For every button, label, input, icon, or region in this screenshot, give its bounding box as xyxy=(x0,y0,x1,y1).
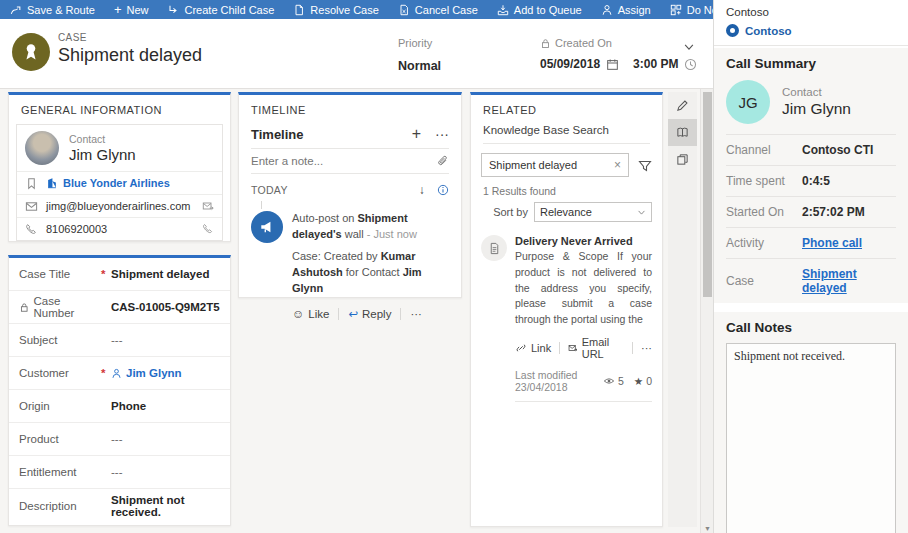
post-headline: Auto-post on Shipment delayed's wall - J… xyxy=(292,211,449,243)
email-url-button[interactable]: Email URL xyxy=(568,336,624,360)
contact-photo xyxy=(25,131,59,165)
field-row-subject[interactable]: Subject --- xyxy=(9,324,230,357)
kb-search-input[interactable]: Shipment delayed × xyxy=(481,153,629,177)
main-scrollbar[interactable]: ▼ xyxy=(700,89,713,533)
page-cancel-icon xyxy=(398,4,410,16)
note-placeholder: Enter a note... xyxy=(251,155,323,167)
create-child-case-button[interactable]: Create Child Case xyxy=(167,4,274,16)
chevron-down-icon xyxy=(683,41,695,53)
overflow-icon: ··· xyxy=(410,308,422,320)
tab-similar-cases[interactable] xyxy=(668,146,697,173)
sort-select[interactable]: Relevance xyxy=(534,202,652,222)
pencil-icon xyxy=(676,99,689,112)
timeline-overflow-icon[interactable]: ··· xyxy=(435,126,449,142)
timeline-section: TIMELINE Timeline + ··· Enter a note... … xyxy=(238,92,462,298)
created-time-value[interactable]: 3:00 PM xyxy=(633,57,678,71)
email-icon xyxy=(568,342,578,354)
paperclip-icon[interactable] xyxy=(437,155,449,167)
contact-label: Contact xyxy=(782,86,851,98)
scrollbar-thumb[interactable] xyxy=(703,92,712,297)
contact-name[interactable]: Jim Glynn xyxy=(69,146,136,163)
divider xyxy=(400,308,401,320)
article-overflow-button[interactable]: ··· xyxy=(641,342,652,354)
lock-icon xyxy=(540,38,551,49)
summary-row-activity: Activity Phone call xyxy=(726,227,896,258)
activity-link[interactable]: Phone call xyxy=(802,236,862,250)
add-note-icon[interactable]: + xyxy=(412,125,421,143)
call-notes-title: Call Notes xyxy=(726,320,896,335)
priority-label: Priority xyxy=(398,37,441,49)
customer-link: Jim Glynn xyxy=(111,367,182,379)
call-notes-textarea[interactable]: Shipment not received. xyxy=(726,343,896,533)
tab-activities[interactable] xyxy=(668,92,697,119)
field-row-origin[interactable]: Origin Phone xyxy=(9,390,230,423)
resolve-case-button[interactable]: Resolve Case xyxy=(293,4,378,16)
call-phone-icon[interactable] xyxy=(202,223,214,235)
timeline-post[interactable]: Auto-post on Shipment delayed's wall - J… xyxy=(239,211,461,297)
phone-row: 8106920003 xyxy=(17,217,222,240)
field-row-entitlement[interactable]: Entitlement --- xyxy=(9,456,230,489)
route-icon xyxy=(10,4,22,16)
field-row-description[interactable]: Description Shipment not received. xyxy=(9,489,230,522)
header-collapse-chevron[interactable] xyxy=(683,37,695,55)
timeline-connector xyxy=(261,201,262,209)
sort-descending-icon[interactable]: ↓ xyxy=(419,183,425,197)
divider xyxy=(559,342,560,354)
like-button[interactable]: ☺Like xyxy=(292,307,329,321)
note-input[interactable]: Enter a note... xyxy=(251,149,449,174)
field-row-case-number[interactable]: Case Number CAS-01005-Q9M2T5 xyxy=(9,291,230,324)
field-row-product[interactable]: Product --- xyxy=(9,423,230,456)
results-count: 1 Results found xyxy=(483,185,650,197)
calendar-icon[interactable] xyxy=(606,58,619,71)
megaphone-icon xyxy=(259,219,275,235)
contact-initials-avatar: JG xyxy=(726,80,770,124)
page-title: Shipment delayed xyxy=(58,45,202,66)
lock-icon xyxy=(19,302,29,313)
dynamics-case-screen: Save & Route +New Create Child Case Reso… xyxy=(0,0,908,533)
case-link[interactable]: Shipment delayed xyxy=(802,267,896,295)
clear-search-icon[interactable]: × xyxy=(614,158,621,172)
post-overflow-button[interactable]: ··· xyxy=(410,308,422,320)
created-on-field: Created On 05/09/2018 3:00 PM xyxy=(540,37,697,71)
section-title: TIMELINE xyxy=(239,95,461,122)
mail-icon xyxy=(25,200,38,213)
article-modified: Last modified 23/04/2018 xyxy=(515,369,603,393)
eye-icon xyxy=(603,375,615,387)
filter-funnel-icon[interactable] xyxy=(638,156,652,174)
contoso-brand-link[interactable]: Contoso xyxy=(745,25,792,37)
assign-button[interactable]: Assign xyxy=(601,4,651,16)
priority-value[interactable]: Normal xyxy=(398,59,441,73)
overflow-icon: ··· xyxy=(641,342,652,354)
priority-field: Priority Normal xyxy=(398,37,441,73)
field-row-customer[interactable]: Customer * Jim Glynn xyxy=(9,357,230,390)
related-section: RELATED Knowledge Base Search Shipment d… xyxy=(470,92,663,527)
new-button[interactable]: +New xyxy=(114,2,149,17)
reply-button[interactable]: ↩Reply xyxy=(348,307,391,321)
summary-row-time-spent: Time spent 0:4:5 xyxy=(726,165,896,196)
article-title[interactable]: Delivery Never Arrived xyxy=(515,235,652,247)
clock-icon[interactable] xyxy=(684,58,697,71)
created-date-value[interactable]: 05/09/2018 xyxy=(540,57,600,71)
contact-phone[interactable]: 8106920003 xyxy=(46,223,107,235)
info-icon[interactable] xyxy=(437,184,449,196)
tab-knowledge-base[interactable] xyxy=(668,119,697,146)
field-row-case-title[interactable]: Case Title * Shipment delayed xyxy=(9,258,230,291)
person-icon xyxy=(111,368,122,379)
kb-article-result[interactable]: Delivery Never Arrived Purpose & Scope I… xyxy=(481,235,652,402)
summary-row-case: Case Shipment delayed xyxy=(726,258,896,303)
article-snippet: Purpose & Scope If your product is not d… xyxy=(515,249,652,328)
account-link[interactable]: Blue Yonder Airlines xyxy=(46,177,170,189)
cancel-case-button[interactable]: Cancel Case xyxy=(398,4,478,16)
article-link-button[interactable]: Link xyxy=(515,342,551,354)
account-row: Blue Yonder Airlines xyxy=(17,171,222,194)
add-to-queue-button[interactable]: Add to Queue xyxy=(497,4,582,16)
chevron-down-icon xyxy=(637,208,646,217)
case-avatar xyxy=(12,33,50,71)
views-stat: 5 xyxy=(603,375,624,387)
send-email-icon[interactable] xyxy=(202,200,214,212)
section-title: RELATED xyxy=(471,95,662,122)
required-asterisk: * xyxy=(101,367,111,379)
contact-email[interactable]: jimg@blueyonderairlines.com xyxy=(46,200,190,212)
save-route-button[interactable]: Save & Route xyxy=(10,4,95,16)
rating-stat[interactable]: ★0 xyxy=(634,375,652,387)
